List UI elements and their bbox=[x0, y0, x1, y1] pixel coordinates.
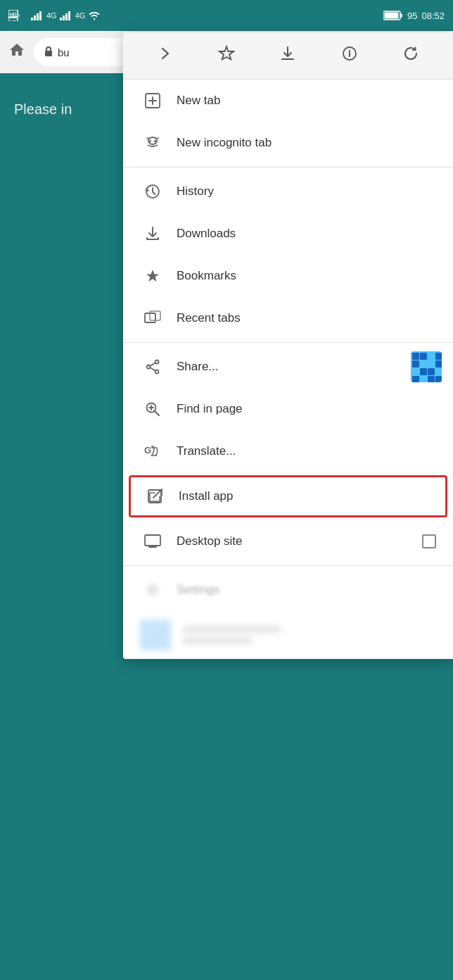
bookmark-button[interactable] bbox=[212, 42, 241, 69]
battery-icon bbox=[383, 11, 403, 20]
dropdown-menu: New tab New incognito tab Hist bbox=[123, 32, 453, 659]
status-left: HD B HD B 4G 4G bbox=[8, 10, 101, 21]
new-incognito-tab-label: New incognito tab bbox=[177, 136, 272, 150]
svg-rect-16 bbox=[384, 13, 398, 19]
menu-toolbar bbox=[123, 32, 453, 80]
qr-badge bbox=[411, 351, 442, 382]
svg-point-22 bbox=[154, 140, 156, 142]
install-app-icon bbox=[142, 489, 167, 504]
translate-icon: G bbox=[140, 444, 165, 459]
svg-rect-23 bbox=[146, 137, 150, 139]
hd-icon: HD B HD B bbox=[8, 10, 28, 21]
svg-rect-7 bbox=[34, 15, 36, 20]
svg-text:HD: HD bbox=[10, 20, 17, 22]
svg-rect-13 bbox=[68, 11, 70, 20]
settings-item[interactable]: Settings bbox=[123, 569, 453, 611]
new-tab-item[interactable]: New tab bbox=[123, 80, 453, 122]
info-button[interactable] bbox=[336, 42, 364, 69]
find-in-page-item[interactable]: Find in page bbox=[123, 388, 453, 430]
divider-3 bbox=[123, 565, 453, 566]
svg-rect-9 bbox=[39, 11, 42, 20]
history-icon bbox=[140, 184, 165, 199]
blurred-bottom bbox=[123, 611, 453, 659]
translate-label: Translate... bbox=[177, 444, 236, 458]
svg-rect-12 bbox=[65, 13, 68, 20]
history-item[interactable]: History bbox=[123, 170, 453, 213]
downloads-icon bbox=[140, 226, 165, 241]
find-in-page-label: Find in page bbox=[177, 402, 243, 416]
svg-point-29 bbox=[155, 370, 159, 374]
incognito-icon bbox=[140, 135, 165, 151]
install-app-label: Install app bbox=[179, 489, 234, 503]
translate-item[interactable]: G Translate... bbox=[123, 430, 453, 472]
desktop-site-checkbox bbox=[422, 534, 436, 548]
new-tab-icon bbox=[140, 93, 165, 108]
find-icon bbox=[140, 401, 165, 417]
refresh-button[interactable] bbox=[397, 42, 425, 69]
svg-rect-8 bbox=[37, 13, 39, 20]
svg-text:B: B bbox=[18, 13, 20, 18]
bg-page-text: Please in bbox=[14, 101, 72, 118]
recent-tabs-label: Recent tabs bbox=[177, 311, 241, 325]
svg-rect-10 bbox=[60, 18, 62, 20]
svg-rect-11 bbox=[63, 15, 65, 20]
svg-text:G: G bbox=[144, 445, 151, 456]
forward-button[interactable] bbox=[151, 42, 179, 69]
status-right: 95 08:52 bbox=[383, 11, 445, 21]
new-tab-label: New tab bbox=[177, 94, 220, 108]
4g-label: 4G bbox=[46, 11, 57, 20]
signal2-icon bbox=[60, 11, 72, 20]
address-text: bu bbox=[58, 46, 70, 58]
svg-rect-6 bbox=[31, 18, 33, 20]
svg-text:HD: HD bbox=[10, 12, 17, 17]
install-app-item[interactable]: Install app bbox=[129, 475, 447, 517]
downloads-label: Downloads bbox=[177, 227, 236, 241]
svg-rect-15 bbox=[400, 14, 402, 18]
downloads-item[interactable]: Downloads bbox=[123, 213, 453, 255]
history-label: History bbox=[177, 184, 214, 199]
desktop-icon bbox=[140, 534, 165, 549]
blur-avatar bbox=[140, 620, 171, 651]
settings-label: Settings bbox=[177, 583, 219, 597]
svg-rect-34 bbox=[145, 535, 160, 546]
battery-level: 95 bbox=[407, 11, 417, 21]
share-icon bbox=[140, 359, 165, 375]
svg-point-35 bbox=[151, 588, 155, 592]
recent-tabs-icon bbox=[140, 310, 165, 326]
svg-point-28 bbox=[155, 360, 159, 364]
bookmarks-item[interactable]: Bookmarks bbox=[123, 255, 453, 297]
divider-1 bbox=[123, 167, 453, 168]
home-button[interactable] bbox=[6, 39, 28, 65]
share-item[interactable]: Share... bbox=[123, 346, 453, 388]
bookmarks-label: Bookmarks bbox=[177, 269, 236, 283]
blur-text-lines bbox=[182, 626, 281, 644]
desktop-site-label: Desktop site bbox=[177, 534, 243, 548]
4g2-label: 4G bbox=[75, 11, 86, 20]
signal1-icon bbox=[31, 11, 44, 20]
svg-point-21 bbox=[149, 140, 151, 142]
time-display: 08:52 bbox=[421, 11, 445, 21]
divider-2 bbox=[123, 342, 453, 343]
download-button[interactable] bbox=[274, 42, 302, 69]
share-label: Share... bbox=[177, 360, 219, 374]
lock-icon bbox=[44, 46, 53, 59]
new-incognito-tab-item[interactable]: New incognito tab bbox=[123, 122, 453, 164]
wifi-icon bbox=[88, 11, 101, 20]
recent-tabs-item[interactable]: Recent tabs bbox=[123, 297, 453, 339]
bookmarks-icon bbox=[140, 268, 165, 284]
svg-rect-24 bbox=[155, 137, 159, 139]
status-bar: HD B HD B 4G 4G bbox=[0, 0, 453, 31]
svg-point-30 bbox=[147, 365, 151, 369]
desktop-site-item[interactable]: Desktop site bbox=[123, 520, 453, 563]
svg-rect-17 bbox=[45, 51, 52, 56]
settings-icon bbox=[140, 582, 165, 598]
